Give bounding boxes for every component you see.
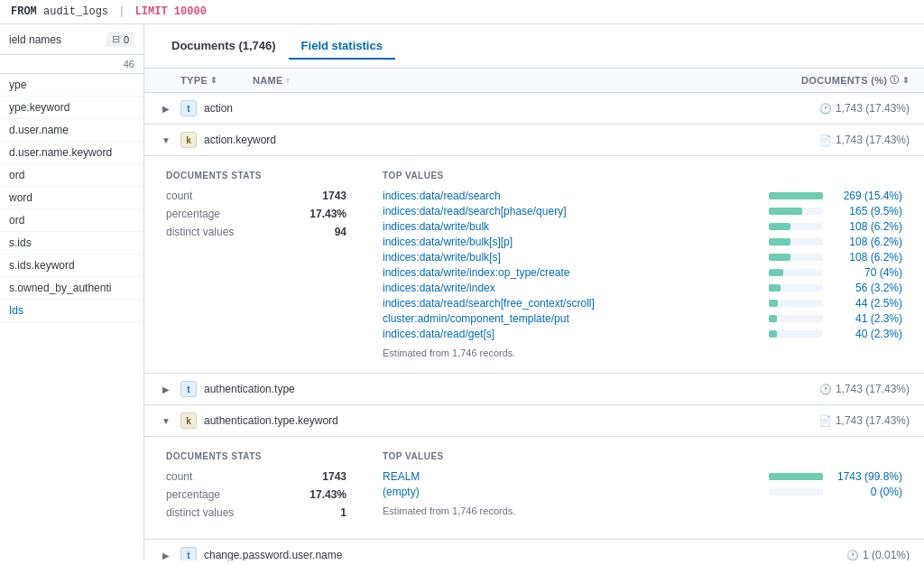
sidebar-field-item[interactable]: s.owned_by_authenti <box>0 277 143 300</box>
top-value-row: indices:data/read/search[free_context/sc… <box>383 297 902 310</box>
tab-field-statistics[interactable]: Field statistics <box>289 33 395 60</box>
docs-info-icon[interactable]: ⓘ <box>890 74 899 87</box>
field-row: ▼kauthentication.type.keyword📄 1,743 (17… <box>144 405 924 437</box>
main-content: Documents (1,746) Field statistics Type … <box>144 24 924 560</box>
top-value-count: 40 (2.3%) <box>830 328 902 340</box>
field-type-badge: t <box>180 381 197 397</box>
stat-label: count <box>166 470 192 483</box>
field-name-label: action.keyword <box>204 134 812 146</box>
top-value-count: 108 (6.2%) <box>830 236 902 248</box>
stat-value: 1 <box>340 506 346 519</box>
sidebar-count: 46 <box>0 55 143 74</box>
stat-row: distinct values1 <box>166 506 346 519</box>
sidebar-field-item[interactable]: ord <box>0 209 143 232</box>
table-name: audit_logs <box>43 5 108 18</box>
column-headers: Type ⇕ Name ↑ Documents (%) ⓘ ⇕ <box>144 69 924 93</box>
estimated-note: Estimated from 1,746 records. <box>383 347 902 358</box>
sidebar: ield names ⊟ 0 46 ypeype.keywordd.user.n… <box>0 24 144 560</box>
sidebar-field-item[interactable]: s.ids <box>0 232 143 255</box>
value-bar-container <box>769 269 823 276</box>
top-value-name[interactable]: indices:data/read/search <box>383 190 762 202</box>
sidebar-field-item[interactable]: s.ids.keyword <box>0 255 143 277</box>
field-names-label: ield names <box>9 33 61 46</box>
expand-chevron[interactable]: ▼ <box>159 133 173 147</box>
col-type-header[interactable]: Type ⇕ <box>180 75 253 86</box>
expand-chevron[interactable]: ▶ <box>159 382 173 396</box>
expand-chevron[interactable]: ▶ <box>159 101 173 116</box>
stat-label: count <box>166 190 192 202</box>
sidebar-field-item[interactable]: ype.keyword <box>0 97 143 119</box>
top-value-name[interactable]: indices:data/read/get[s] <box>383 328 762 340</box>
top-value-row: indices:data/write/index56 (3.2%) <box>383 282 902 294</box>
col-name-header[interactable]: Name ↑ <box>253 75 801 86</box>
top-value-name[interactable]: REALM <box>383 470 762 483</box>
expanded-stats-panel: DOCUMENTS STATScount1743percentage17.43%… <box>144 156 924 374</box>
field-doc-count: 🕐 1 (0.01%) <box>846 549 910 560</box>
file-icon: 📄 <box>819 134 832 146</box>
col-docs-header[interactable]: Documents (%) ⓘ ⇕ <box>801 74 910 87</box>
top-value-name[interactable]: indices:data/read/search[free_context/sc… <box>383 297 762 310</box>
sidebar-field-item[interactable]: d.user.name.keyword <box>0 142 143 164</box>
top-value-name[interactable]: indices:data/write/bulk[s][p] <box>383 236 762 248</box>
field-type-badge: t <box>180 100 197 116</box>
documents-stats-title: DOCUMENTS STATS <box>166 171 346 181</box>
filter-count: 0 <box>124 34 129 45</box>
top-values-section: TOP VALUESREALM1743 (99.8%)(empty)0 (0%)… <box>383 451 902 524</box>
top-value-name[interactable]: indices:data/read/search[phase/query] <box>383 205 762 218</box>
limit-keyword: LIMIT <box>135 5 168 18</box>
top-value-name[interactable]: indices:data/write/index <box>383 282 762 294</box>
stat-row: percentage17.43% <box>166 208 346 220</box>
top-value-name[interactable]: indices:data/write/index:op_type/create <box>383 266 762 279</box>
sidebar-fields-list: ypeype.keywordd.user.named.user.name.key… <box>0 74 143 322</box>
top-values-title: TOP VALUES <box>383 451 902 461</box>
top-value-name[interactable]: (empty) <box>383 486 762 498</box>
fields-list: ▶taction🕐 1,743 (17.43%)▼kaction.keyword… <box>144 93 924 560</box>
top-value-count: 44 (2.5%) <box>830 297 902 310</box>
clock-icon: 🕐 <box>846 550 859 561</box>
field-row: ▼kaction.keyword📄 1,743 (17.43%) <box>144 125 924 156</box>
value-bar-container <box>769 315 823 322</box>
top-value-name[interactable]: cluster:admin/component_template/put <box>383 312 762 325</box>
value-bar <box>769 300 778 307</box>
stat-value: 17.43% <box>310 488 346 501</box>
field-doc-count: 📄 1,743 (17.43%) <box>819 134 910 146</box>
name-sort-icon: ↑ <box>286 76 291 85</box>
field-row: ▶tauthentication.type🕐 1,743 (17.43%) <box>144 374 924 405</box>
expand-chevron[interactable]: ▶ <box>159 548 173 560</box>
stat-row: percentage17.43% <box>166 488 346 501</box>
value-bar <box>769 254 790 261</box>
sidebar-header: ield names ⊟ 0 <box>0 24 143 55</box>
stat-label: distinct values <box>166 506 234 519</box>
stat-row: count1743 <box>166 470 346 483</box>
documents-stats-section: DOCUMENTS STATScount1743percentage17.43%… <box>166 171 346 358</box>
value-bar-container <box>769 300 823 307</box>
filter-badge[interactable]: ⊟ 0 <box>106 32 134 47</box>
top-value-name[interactable]: indices:data/write/bulk[s] <box>383 251 762 264</box>
expand-chevron[interactable]: ▼ <box>159 413 173 428</box>
sidebar-field-item[interactable]: word <box>0 187 143 209</box>
limit-value: 10000 <box>174 5 207 18</box>
value-bar <box>769 192 823 199</box>
top-value-row: (empty)0 (0%) <box>383 486 902 498</box>
sidebar-field-item[interactable]: ord <box>0 164 143 187</box>
top-value-count: 165 (9.5%) <box>830 205 902 218</box>
value-bar-container <box>769 330 823 338</box>
sidebar-field-item[interactable]: Ids <box>0 300 143 322</box>
top-value-row: indices:data/read/get[s]40 (2.3%) <box>383 328 902 340</box>
sidebar-field-item[interactable]: ype <box>0 74 143 97</box>
tab-documents[interactable]: Documents (1,746) <box>159 33 289 60</box>
query-bar: FROM audit_logs | LIMIT 10000 <box>0 0 924 24</box>
top-value-count: 70 (4%) <box>830 266 902 279</box>
stat-value: 94 <box>335 226 346 238</box>
stat-row: distinct values94 <box>166 226 346 238</box>
value-bar-container <box>769 192 823 199</box>
value-bar-container <box>769 208 823 215</box>
field-row: ▶taction🕐 1,743 (17.43%) <box>144 93 924 125</box>
top-value-count: 56 (3.2%) <box>830 282 902 294</box>
stat-value: 1743 <box>322 190 346 202</box>
sidebar-field-item[interactable]: d.user.name <box>0 119 143 142</box>
top-value-row: indices:data/write/index:op_type/create7… <box>383 266 902 279</box>
pipe-separator: | <box>118 5 131 18</box>
top-value-name[interactable]: indices:data/write/bulk <box>383 220 762 233</box>
field-name-label: change.password.user.name <box>204 549 839 560</box>
